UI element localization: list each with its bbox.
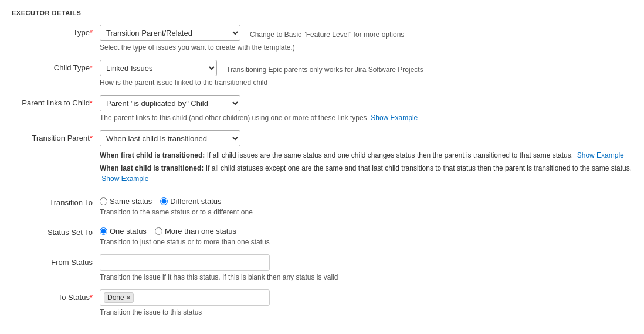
child-type-hint: Transitioning Epic parents only works fo… [226,62,423,74]
child-type-sublabel: How is the parent issue linked to the tr… [100,79,632,87]
child-type-select[interactable]: Linked Issues Sub-tasks Epic Children [100,60,217,76]
from-status-label: From Status [12,254,100,267]
transition-to-row: Transition To Same status Different stat… [12,195,632,216]
transition-to-same-radio[interactable] [100,197,107,205]
from-status-input[interactable] [100,254,270,271]
to-status-hint: Transition the issue to this status [100,308,632,316]
to-status-tag-done-label: Done [107,294,124,302]
to-status-tag-done: Done × [104,292,134,303]
child-type-label: Child Type* [12,60,100,72]
to-status-label: To Status* [12,289,100,302]
parent-links-sublabel: The parent links to this child (and othe… [100,114,632,122]
child-type-row: Child Type* Linked Issues Sub-tasks Epic… [12,60,632,87]
status-set-to-hint: Transition to just one status or to more… [100,238,632,246]
status-set-to-row: Status Set To One status More than one s… [12,224,632,246]
transition-to-same-label: Same status [110,197,152,206]
transition-parent-row: Transition Parent* When first child is t… [12,130,632,186]
parent-links-label: Parent links to Child* [12,95,100,107]
transition-parent-select[interactable]: When first child is transitioned When la… [100,130,240,146]
transition-to-same-option[interactable]: Same status [100,197,152,206]
status-set-one-option[interactable]: One status [100,227,147,236]
transition-parent-descriptions: When first child is transitioned: If all… [100,150,632,184]
section-title: EXECUTOR DETAILS [12,9,632,16]
child-type-content: Linked Issues Sub-tasks Epic Children Tr… [100,60,632,87]
status-set-more-radio[interactable] [155,227,162,235]
transition-to-different-option[interactable]: Different status [160,197,221,206]
first-child-show-example[interactable]: Show Example [577,151,624,159]
status-set-more-option[interactable]: More than one status [155,227,236,236]
child-type-required-star: * [90,63,93,72]
to-status-tag-done-remove[interactable]: × [127,295,130,301]
first-child-label: When first child is transitioned: [100,151,205,159]
parent-links-content: Parent "is duplicated by" Child Parent "… [100,95,632,122]
to-status-row: To Status* Done × Transition the issue t… [12,289,632,316]
parent-links-required-star: * [90,98,93,107]
type-row: Type* Transition Parent/Related Transiti… [12,25,632,52]
transition-to-content: Same status Different status Transition … [100,195,632,216]
from-status-content: Transition the issue if it has this stat… [100,254,632,281]
transition-to-different-radio[interactable] [160,197,168,205]
to-status-required-star: * [90,293,93,302]
status-set-to-radio-group: One status More than one status [100,224,632,236]
status-set-to-content: One status More than one status Transiti… [100,224,632,246]
transition-to-radio-group: Same status Different status [100,195,632,206]
from-status-hint: Transition the issue if it has this stat… [100,273,632,281]
last-child-label: When last child is transitioned: [100,164,204,172]
to-status-container[interactable]: Done × [100,289,270,306]
last-child-show-example[interactable]: Show Example [101,175,148,183]
first-child-text: If all child issues are the same status … [207,151,573,159]
parent-links-show-example[interactable]: Show Example [371,114,418,122]
transition-parent-label: Transition Parent* [12,130,100,142]
type-required-star: * [90,28,93,37]
type-hint: Change to Basic "Feature Level" for more… [250,27,404,39]
transition-to-hint: Transition to the same status or to a di… [100,208,632,216]
status-set-more-label: More than one status [165,227,236,236]
transition-parent-required-star: * [90,134,93,142]
type-label: Type* [12,25,100,37]
transition-parent-content: When first child is transitioned When la… [100,130,632,186]
type-sublabel: Select the type of issues you want to cr… [100,43,632,52]
from-status-row: From Status Transition the issue if it h… [12,254,632,281]
to-status-content: Done × Transition the issue to this stat… [100,289,632,316]
last-child-text: If all child statuses except one are the… [206,164,632,172]
parent-links-select[interactable]: Parent "is duplicated by" Child Parent "… [100,95,240,111]
status-set-one-label: One status [110,227,147,236]
status-set-one-radio[interactable] [100,227,107,235]
transition-to-label: Transition To [12,195,100,207]
to-status-input[interactable] [136,292,266,304]
parent-links-row: Parent links to Child* Parent "is duplic… [12,95,632,122]
type-content: Transition Parent/Related Transition Chi… [100,25,632,52]
status-set-to-label: Status Set To [12,224,100,237]
type-select[interactable]: Transition Parent/Related Transition Chi… [100,25,240,41]
transition-to-different-label: Different status [170,197,221,206]
